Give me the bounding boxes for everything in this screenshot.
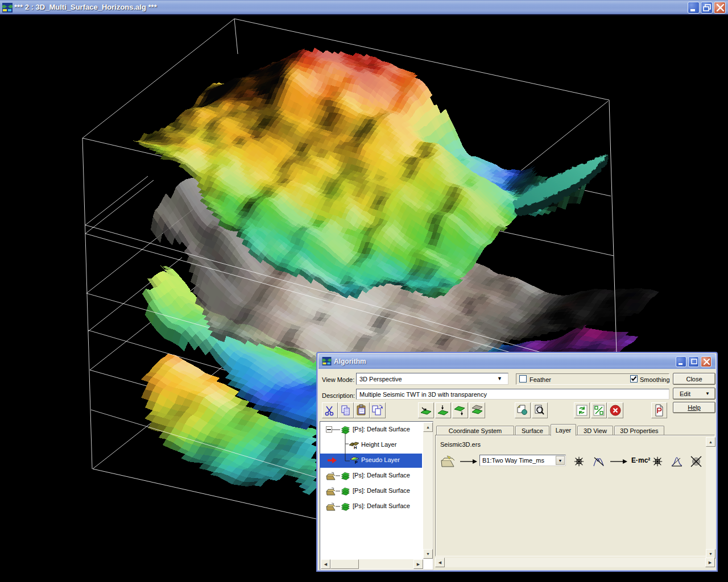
svg-text:P: P — [355, 460, 358, 464]
svg-text:H: H — [354, 445, 357, 449]
